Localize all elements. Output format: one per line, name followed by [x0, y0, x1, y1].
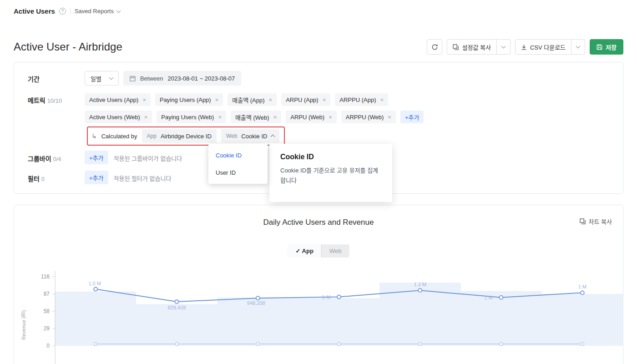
metric-chip-label: Active Users (App) — [89, 96, 138, 103]
copy-settings-group: 설정값 복사 — [447, 39, 510, 55]
chart-tabs: ✓ AppWeb — [288, 244, 349, 258]
copy-settings-caret[interactable] — [497, 39, 511, 55]
metric-chip[interactable]: ARPPU (Web)× — [341, 111, 396, 123]
remove-metric-icon[interactable]: × — [388, 114, 391, 121]
metric-chip[interactable]: 매출액 (Web)× — [231, 111, 281, 123]
svg-text:1 M: 1 M — [322, 294, 330, 300]
csv-download-button[interactable]: CSV 다운로드 — [515, 39, 571, 55]
svg-text:116: 116 — [41, 273, 50, 280]
add-groupby-button[interactable]: +추가 — [85, 151, 108, 164]
svg-text:948,338: 948,338 — [247, 300, 265, 306]
chevron-down-icon — [501, 44, 506, 49]
chart-tab-app[interactable]: ✓ App — [288, 244, 321, 258]
chevron-down-icon — [109, 76, 113, 80]
app-id-type-control[interactable]: App Airbridge Device ID — [142, 129, 217, 143]
period-label: 기간 — [28, 71, 85, 83]
remove-metric-icon[interactable]: × — [144, 114, 148, 121]
svg-text:29: 29 — [44, 325, 50, 332]
remove-metric-icon[interactable]: × — [323, 96, 326, 103]
remove-metric-icon[interactable]: × — [215, 96, 219, 103]
dropdown-option[interactable]: User ID — [208, 164, 268, 181]
filter-count: 0 — [41, 176, 45, 182]
calendar-icon — [130, 76, 136, 81]
page-title: Active User - Airbridge — [14, 40, 122, 53]
svg-text:1 M: 1 M — [484, 295, 492, 300]
remove-metric-icon[interactable]: × — [142, 96, 146, 103]
groupby-empty-text: 적용된 그룹바이가 없습니다 — [114, 151, 182, 162]
filter-row: 필터0 +추가 적용된 필터가 없습니다 — [28, 171, 171, 184]
add-metric-button[interactable]: +추가 — [400, 111, 424, 123]
filter-label: 필터0 — [28, 171, 85, 183]
svg-text:58: 58 — [44, 308, 50, 314]
granularity-value: 일별 — [91, 74, 101, 83]
metric-chip-label: ARPU (Web) — [290, 114, 324, 121]
svg-text:1.0 M: 1.0 M — [88, 281, 101, 286]
csv-download-caret[interactable] — [571, 39, 585, 55]
saved-reports-menu[interactable]: Saved Reports — [75, 8, 120, 15]
copy-chart-button[interactable]: 차트 복사 — [580, 217, 612, 226]
chevron-up-icon — [271, 135, 275, 139]
svg-text:1 M: 1 M — [578, 284, 586, 289]
toolbar: 설정값 복사 CSV 다운로드 저장 — [427, 39, 623, 55]
metric-chip-label: Paying Users (Web) — [161, 114, 214, 121]
metric-chips-row-2: Active Users (Web)×Paying Users (Web)×매출… — [85, 111, 424, 123]
csv-download-label: CSV 다운로드 — [530, 43, 566, 51]
date-range-control[interactable]: Between 2023-08-01 ~ 2023-08-07 — [123, 71, 241, 86]
svg-text:87: 87 — [44, 291, 50, 297]
metric-chip[interactable]: Active Users (Web)× — [85, 111, 152, 123]
metric-chip[interactable]: 매출액 (App)× — [228, 93, 277, 106]
metric-chip-label: 매출액 (Web) — [235, 113, 269, 121]
web-id-type-control[interactable]: Web Cookie ID — [221, 129, 280, 143]
remove-metric-icon[interactable]: × — [269, 96, 273, 103]
chevron-down-icon — [576, 44, 581, 49]
svg-text:829,428: 829,428 — [168, 305, 186, 310]
save-icon — [597, 44, 602, 50]
chart-panel: Daily Active Users and Revenue 차트 복사 ✓ A… — [14, 205, 623, 364]
refresh-button[interactable] — [427, 39, 442, 55]
metric-chips: Active Users (App)×Paying Users (App)×매출… — [85, 92, 424, 123]
metric-chip[interactable]: ARPU (App)× — [281, 93, 330, 106]
app-id-type-value: Airbridge Device ID — [161, 133, 212, 140]
breadcrumb: Active Users ? Saved Reports — [14, 7, 120, 15]
chart-title: Daily Active Users and Revenue — [14, 218, 623, 227]
calculated-by-highlight-box: ↳ Calculated by App Airbridge Device ID … — [87, 126, 285, 146]
dropdown-option[interactable]: Cookie ID — [208, 147, 268, 164]
granularity-select[interactable]: 일별 — [85, 71, 119, 86]
copy-settings-label: 설정값 복사 — [462, 43, 490, 51]
chart-tab-web[interactable]: Web — [322, 244, 349, 258]
copy-chart-label: 차트 복사 — [589, 217, 612, 226]
metric-chip[interactable]: ARPU (Web)× — [286, 111, 336, 123]
metric-chip[interactable]: Paying Users (App)× — [155, 93, 223, 106]
save-label: 저장 — [606, 43, 617, 51]
filter-empty-text: 적용된 필터가 없습니다 — [114, 171, 172, 182]
metric-chip[interactable]: Active Users (App)× — [85, 93, 151, 106]
groupby-row: 그룹바이0/4 +추가 적용된 그룹바이가 없습니다 — [28, 151, 182, 164]
saved-reports-label: Saved Reports — [75, 8, 114, 15]
date-mode-label: Between — [140, 75, 163, 82]
remove-metric-icon[interactable]: × — [380, 96, 384, 103]
metric-chips-row-1: Active Users (App)×Paying Users (App)×매출… — [85, 93, 424, 106]
copy-icon — [453, 44, 459, 50]
remove-metric-icon[interactable]: × — [329, 114, 332, 121]
help-icon[interactable]: ? — [59, 8, 66, 15]
remove-metric-icon[interactable]: × — [273, 114, 277, 121]
save-button[interactable]: 저장 — [590, 39, 623, 55]
metric-chip[interactable]: Paying Users (Web)× — [157, 111, 226, 123]
metric-chip-label: ARPPU (Web) — [346, 114, 384, 121]
metric-chip-label: Paying Users (App) — [160, 96, 211, 103]
idtype-tooltip: Cookie ID Cookie ID를 기준으로 고유 유저를 집계합니다 — [269, 144, 392, 202]
idtype-dropdown: Cookie IDUser ID — [208, 144, 268, 184]
copy-settings-button[interactable]: 설정값 복사 — [447, 39, 496, 55]
web-id-type-value: Cookie ID — [241, 133, 267, 140]
chevron-down-icon — [116, 8, 121, 13]
csv-download-group: CSV 다운로드 — [515, 39, 585, 55]
tooltip-title: Cookie ID — [280, 153, 381, 161]
groupby-label: 그룹바이0/4 — [28, 151, 85, 163]
metric-chip[interactable]: ARPPU (App)× — [335, 93, 388, 106]
tooltip-body: Cookie ID를 기준으로 고유 유저를 집계합니다 — [280, 166, 381, 186]
page-section-title: Active Users — [14, 7, 55, 15]
calculated-by-row: ↳ Calculated by App Airbridge Device ID … — [87, 126, 285, 146]
add-filter-button[interactable]: +추가 — [85, 171, 108, 184]
calculated-by-label: Calculated by — [101, 133, 137, 140]
remove-metric-icon[interactable]: × — [218, 114, 222, 121]
